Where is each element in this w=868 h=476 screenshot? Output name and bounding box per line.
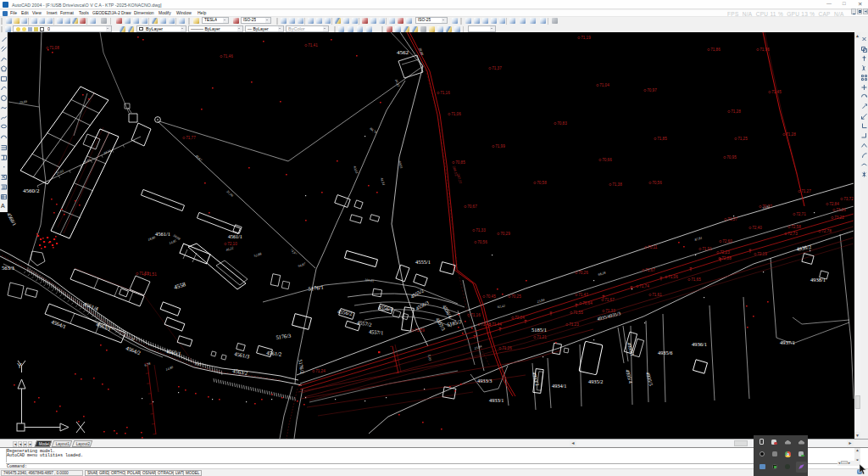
svg-text:49,62: 49,62 xyxy=(194,154,203,162)
svg-text:4937/1: 4937/1 xyxy=(780,339,795,345)
svg-text:4558: 4558 xyxy=(173,281,186,291)
svg-text:4561/3: 4561/3 xyxy=(234,350,250,360)
svg-text:41,91: 41,91 xyxy=(379,177,386,186)
svg-text:23,84: 23,84 xyxy=(537,298,545,305)
svg-text:4560/1: 4560/1 xyxy=(6,212,17,227)
svg-text:70,56: 70,56 xyxy=(477,240,487,244)
svg-text:70,45: 70,45 xyxy=(486,294,496,299)
svg-text:74,97: 74,97 xyxy=(289,248,298,257)
svg-text:202,27: 202,27 xyxy=(456,173,463,185)
svg-text:71,65: 71,65 xyxy=(691,277,701,282)
svg-text:71,23: 71,23 xyxy=(569,322,579,327)
svg-text:71,25: 71,25 xyxy=(737,137,748,141)
svg-text:71,33: 71,33 xyxy=(476,228,486,232)
svg-text:71,77: 71,77 xyxy=(186,136,196,140)
svg-text:71,41: 71,41 xyxy=(308,43,318,48)
svg-text:62,42: 62,42 xyxy=(497,304,505,310)
svg-text:71,19: 71,19 xyxy=(581,36,591,40)
svg-text:87,81: 87,81 xyxy=(694,236,703,243)
svg-text:4938/1: 4938/1 xyxy=(810,277,826,283)
svg-text:72,73: 72,73 xyxy=(787,232,798,236)
svg-text:70,66: 70,66 xyxy=(602,158,612,162)
svg-text:55,82: 55,82 xyxy=(762,204,771,211)
svg-text:4564/1: 4564/1 xyxy=(51,318,67,329)
svg-text:71,61: 71,61 xyxy=(652,293,662,297)
svg-text:72,04: 72,04 xyxy=(515,316,525,320)
svg-text:5176/3: 5176/3 xyxy=(275,333,291,340)
svg-text:4935/4: 4935/4 xyxy=(625,369,633,384)
svg-text:4555/2: 4555/2 xyxy=(410,288,425,300)
svg-text:52,88: 52,88 xyxy=(253,251,262,258)
svg-text:70,25: 70,25 xyxy=(511,294,521,299)
svg-text:101,01: 101,01 xyxy=(364,277,375,283)
svg-text:72,19: 72,19 xyxy=(757,252,767,256)
svg-text:71,67: 71,67 xyxy=(604,298,615,302)
svg-text:71,37: 71,37 xyxy=(492,66,502,70)
svg-text:71,16: 71,16 xyxy=(470,313,481,317)
svg-text:71,16: 71,16 xyxy=(440,91,450,95)
svg-text:71,21: 71,21 xyxy=(537,335,547,339)
svg-text:4938/2: 4938/2 xyxy=(796,244,811,252)
svg-text:4561/1: 4561/1 xyxy=(228,234,242,239)
svg-text:71,46: 71,46 xyxy=(223,54,233,59)
svg-text:71,85: 71,85 xyxy=(657,137,667,141)
svg-text:5176/1: 5176/1 xyxy=(308,284,324,292)
svg-text:4556/1: 4556/1 xyxy=(378,304,393,312)
svg-text:71,06: 71,06 xyxy=(451,112,461,116)
svg-text:72,23: 72,23 xyxy=(720,250,730,255)
svg-text:71,57: 71,57 xyxy=(727,217,737,221)
svg-text:4555/1: 4555/1 xyxy=(415,259,431,265)
svg-text:70,11: 70,11 xyxy=(648,245,658,249)
svg-text:40,03: 40,03 xyxy=(352,165,359,174)
svg-text:4935/2: 4935/2 xyxy=(588,378,604,384)
svg-text:5185/1: 5185/1 xyxy=(531,327,547,333)
svg-text:4557/2: 4557/2 xyxy=(357,319,372,328)
svg-text:71,27: 71,27 xyxy=(801,189,811,193)
svg-text:71,55: 71,55 xyxy=(573,311,583,315)
svg-text:71,91: 71,91 xyxy=(702,247,712,251)
svg-text:4565/1: 4565/1 xyxy=(166,348,181,356)
svg-text:4557/1: 4557/1 xyxy=(369,328,384,335)
svg-text:4560/2: 4560/2 xyxy=(23,188,40,194)
svg-text:71,08: 71,08 xyxy=(49,46,59,50)
svg-text:73,22: 73,22 xyxy=(834,216,844,220)
svg-text:70,83: 70,83 xyxy=(557,121,567,126)
svg-text:31,86: 31,86 xyxy=(225,189,235,198)
svg-text:94,87: 94,87 xyxy=(298,261,307,269)
svg-text:6,78: 6,78 xyxy=(144,361,152,368)
svg-text:4935/5: 4935/5 xyxy=(645,372,654,387)
svg-text:71,44: 71,44 xyxy=(492,322,502,327)
svg-text:71,04: 71,04 xyxy=(599,83,609,87)
svg-text:72,60: 72,60 xyxy=(722,239,732,244)
svg-text:70,26: 70,26 xyxy=(578,271,588,275)
svg-text:71,67: 71,67 xyxy=(645,268,655,272)
svg-text:71,99: 71,99 xyxy=(495,144,505,148)
svg-text:70,97: 70,97 xyxy=(647,88,657,92)
svg-text:71,74: 71,74 xyxy=(639,284,649,288)
svg-text:4562: 4562 xyxy=(397,49,409,56)
svg-text:71,43: 71,43 xyxy=(481,322,491,327)
svg-text:4933/3: 4933/3 xyxy=(477,378,492,384)
svg-text:71,96: 71,96 xyxy=(760,48,770,52)
svg-text:71,45: 71,45 xyxy=(771,90,782,94)
svg-text:70,64: 70,64 xyxy=(582,301,593,305)
svg-text:72,40: 72,40 xyxy=(752,226,762,230)
svg-text:4561/1: 4561/1 xyxy=(155,231,170,237)
svg-text:71,06: 71,06 xyxy=(668,275,678,279)
svg-text:4935/1: 4935/1 xyxy=(626,342,635,357)
svg-text:71,51: 71,51 xyxy=(147,272,157,277)
svg-text:A: A xyxy=(1,203,5,209)
svg-text:4564/2: 4564/2 xyxy=(125,344,142,356)
svg-text:Y: Y xyxy=(17,361,22,370)
svg-text:71,28: 71,28 xyxy=(786,132,796,137)
svg-text:71,59: 71,59 xyxy=(415,328,425,333)
svg-text:563/3: 563/3 xyxy=(2,265,14,271)
svg-text:4556/3: 4556/3 xyxy=(415,300,430,311)
svg-text:4556/4: 4556/4 xyxy=(442,305,453,319)
svg-text:23,84: 23,84 xyxy=(474,344,482,350)
svg-text:70,67: 70,67 xyxy=(467,204,477,209)
svg-text:4561/2: 4561/2 xyxy=(266,350,282,357)
svg-text:24,56: 24,56 xyxy=(103,148,112,156)
svg-text:71,28: 71,28 xyxy=(731,109,741,114)
svg-text:72,88: 72,88 xyxy=(721,256,732,260)
